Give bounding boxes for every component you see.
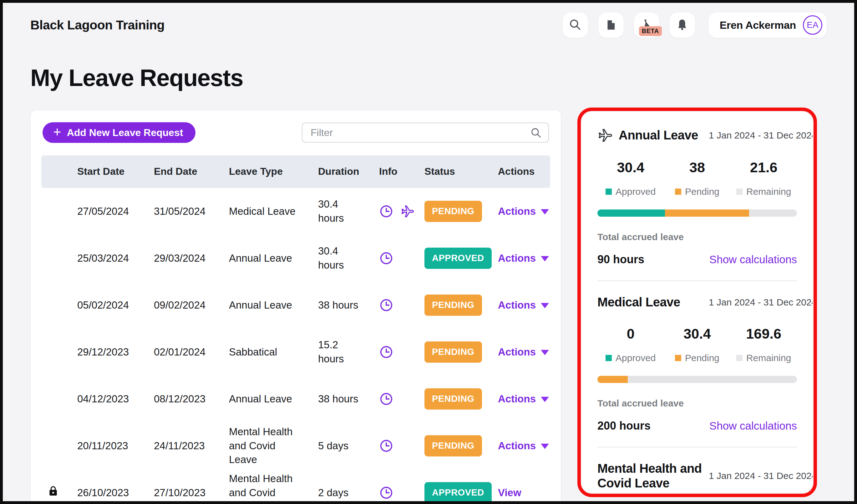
chevron-down-icon [541,209,549,214]
row-start-date: 05/02/2024 [77,298,154,312]
status-badge: PENDING [424,295,482,315]
row-info-icons [379,345,424,359]
labs-button[interactable]: BETA [634,13,659,38]
notifications-button[interactable] [670,13,695,38]
plane-icon[interactable] [400,204,415,219]
row-end-date: 09/02/2024 [154,298,229,312]
row-info-icons [379,392,424,406]
row-start-date: 25/03/2024 [77,251,154,265]
row-end-date: 08/12/2023 [154,392,229,406]
row-start-date: 26/10/2023 [77,486,154,500]
row-actions-button[interactable]: Actions [498,205,549,219]
balance-title: Medical Leave [598,295,680,310]
pending-segment [598,376,628,383]
clock-icon[interactable] [379,204,393,219]
chevron-down-icon [541,444,549,449]
row-actions-button[interactable]: Actions [498,439,549,453]
clock-icon[interactable] [379,486,393,500]
clock-icon[interactable] [379,345,393,359]
table-header-row: Start Date End Date Leave Type Duration … [41,155,550,188]
remaining-value: 21.6 [750,159,777,176]
row-status-cell: PENDING [424,435,498,456]
row-actions-button[interactable]: Actions [498,251,549,265]
balance-progress-bar [598,376,797,383]
leave-balances-panel: Annual Leave 1 Jan 2024 - 31 Dec 2024 30… [582,112,812,493]
clock-icon[interactable] [379,392,393,406]
user-menu-button[interactable]: Eren Ackerman EA [708,13,827,38]
top-bar: Black Lagoon Training BETA [30,12,827,38]
remaining-label: Remaining [746,186,791,197]
leave-balances-highlight: Annual Leave 1 Jan 2024 - 31 Dec 2024 30… [577,107,817,497]
bell-icon [676,18,689,32]
row-leave-type: Annual Leave [229,251,318,265]
balance-period: 1 Jan 2024 - 31 Dec 2024 [709,130,812,141]
row-actions-button[interactable]: View [498,486,521,500]
row-actions-button[interactable]: Actions [498,392,549,406]
table-row: 04/12/2023 08/12/2023 Annual Leave 38 ho… [41,376,550,422]
clock-icon[interactable] [379,251,393,265]
pending-label: Pending [685,186,719,197]
table-row: 20/11/2023 24/11/2023 Mental Health and … [41,422,550,469]
remaining-label: Remaining [746,353,791,363]
approved-value: 30.4 [617,159,645,176]
total-accrued-label: Total accrued leave [598,398,797,409]
filter-input[interactable] [302,123,549,143]
row-info-icons [379,439,424,453]
plus-icon: + [53,125,61,139]
chevron-down-icon [541,350,549,355]
balance-stats: 0 Approved 30.4 Pending 169.6 Remaining [598,326,797,363]
row-start-date: 27/05/2024 [77,205,154,219]
search-icon [569,18,582,32]
row-leave-type: Annual Leave [229,298,318,312]
row-actions-button[interactable]: Actions [498,345,549,359]
add-leave-request-button[interactable]: + Add New Leave Request [43,122,196,143]
beta-badge: BETA [639,26,662,36]
show-calculations-link[interactable]: Show calculations [709,420,797,432]
remaining-swatch [736,355,742,361]
remaining-swatch [736,189,742,195]
row-actions-button[interactable]: Actions [498,298,549,312]
row-end-date: 24/11/2023 [154,439,229,453]
pending-label: Pending [685,353,719,363]
clock-icon[interactable] [379,439,393,453]
chevron-down-icon [541,397,549,402]
balance-header: Annual Leave 1 Jan 2024 - 31 Dec 2024 [598,127,797,143]
clock-icon[interactable] [379,298,393,312]
avatar: EA [803,15,822,35]
row-info-icons [379,298,424,312]
pending-swatch [675,189,681,195]
row-leave-type: Mental Health and Covid Leave [229,472,318,504]
balance-progress-bar [598,209,797,217]
table-body: 27/05/2024 31/05/2024 Medical Leave 30.4… [41,188,550,504]
pending-segment [665,209,749,217]
pending-value: 30.4 [684,326,711,342]
show-calculations-link[interactable]: Show calculations [709,253,797,266]
column-header-end-date: End Date [154,165,229,178]
leave-balance-section: Annual Leave 1 Jan 2024 - 31 Dec 2024 30… [598,127,797,266]
row-actions-cell: Actions [498,439,561,453]
row-info-icons [379,251,424,265]
brand-title: Black Lagoon Training [30,18,165,33]
search-button[interactable] [563,13,588,38]
row-duration: 38 hours [318,392,376,406]
column-header-info: Info [379,165,424,178]
leave-requests-card: + Add New Leave Request Start Date End D… [30,110,561,504]
status-badge: PENDING [424,435,482,456]
column-header-leave-type: Leave Type [229,165,318,178]
page-title: My Leave Requests [30,64,827,91]
row-leave-type: Mental Health and Covid Leave [229,425,318,467]
row-duration: 15.2 hours [318,338,376,366]
top-bar-actions: BETA Eren Ackerman EA [563,13,827,38]
filter-field-wrap [302,123,549,143]
search-icon [530,127,542,139]
company-button[interactable] [598,13,624,38]
column-header-actions: Actions [498,165,550,178]
row-info-icons [379,486,424,500]
pending-value: 38 [689,159,705,176]
column-header-status: Status [424,165,498,178]
row-start-date: 20/11/2023 [77,439,154,453]
row-leave-type: Medical Leave [229,205,318,219]
user-name: Eren Ackerman [720,19,796,31]
table-row: 29/12/2023 02/01/2024 Sabbatical 15.2 ho… [41,329,550,376]
section-divider [598,447,797,447]
